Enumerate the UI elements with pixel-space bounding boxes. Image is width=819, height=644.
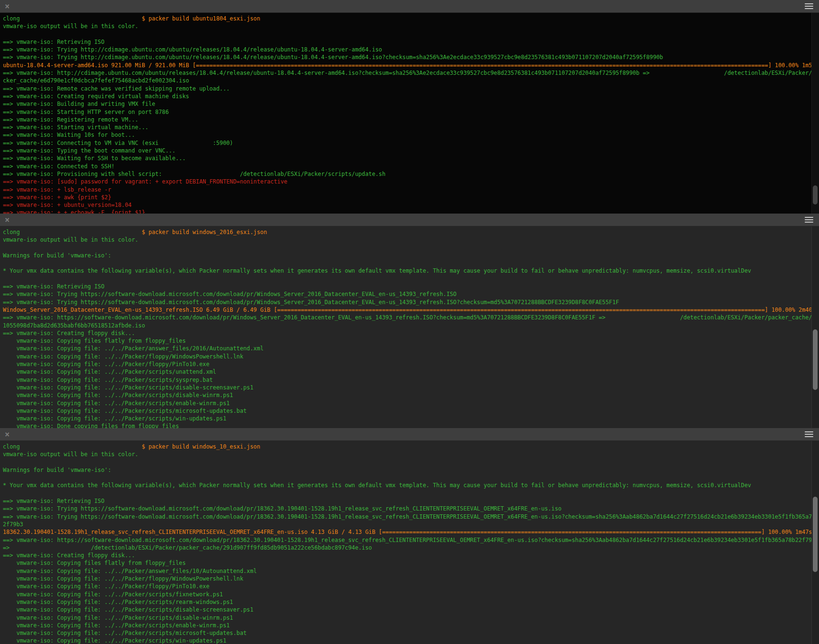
- terminal-line: vmware-iso: Copying file: ../../Packer/s…: [3, 376, 819, 384]
- close-icon[interactable]: ×: [5, 216, 10, 224]
- scrollbar-track[interactable]: [811, 441, 819, 644]
- close-icon[interactable]: ×: [5, 2, 10, 10]
- terminal-line: vmware-iso: Copying file: ../../Packer/s…: [3, 591, 819, 598]
- terminal-line: ==> vmware-iso: Remote cache was verifie…: [3, 85, 819, 92]
- terminal-output[interactable]: clong $ packer build windows_10_esxi.jso…: [0, 441, 819, 644]
- pane-ubuntu1804: × clong $ packer build ubuntu1804_esxi.j…: [0, 0, 819, 214]
- terminal-line: ==> vmware-iso: Retrieving ISO: [3, 283, 819, 290]
- terminal-line: vmware-iso: Copying file: ../../Packer/s…: [3, 407, 819, 415]
- terminal-line: ==> vmware-iso: Connected to SSH!: [3, 163, 819, 170]
- terminal-line: vmware-iso output will be in this color.: [3, 450, 819, 458]
- terminal-line: vmware-iso: Copying file: ../../Packer/s…: [3, 415, 819, 422]
- terminal-line: clong $ packer build ubuntu1804_esxi.jso…: [3, 15, 819, 22]
- terminal-line: ==> vmware-iso: Waiting for SSH to becom…: [3, 154, 819, 162]
- terminal-stack: × clong $ packer build ubuntu1804_esxi.j…: [0, 0, 819, 644]
- terminal-line: ==> vmware-iso: Creating floppy disk...: [3, 552, 819, 559]
- terminal-line: ==> vmware-iso: Starting HTTP server on …: [3, 108, 819, 116]
- terminal-line: ==> vmware-iso: Creating required virtua…: [3, 92, 819, 100]
- terminal-line: cker_cache/e6d790e1cf0dcbca7fefef75468ac…: [3, 77, 819, 84]
- pane-titlebar: ×: [0, 428, 819, 441]
- terminal-line: ==> vmware-iso: Creating floppy disk...: [3, 329, 819, 337]
- menu-icon[interactable]: [805, 219, 813, 220]
- terminal-line: ==> vmware-iso: Trying http://cdimage.ub…: [3, 53, 819, 61]
- terminal-line: vmware-iso: Copying file: ../../Packer/f…: [3, 575, 819, 583]
- terminal-line: ==> vmware-iso: Retrieving ISO: [3, 38, 819, 46]
- terminal-line: ==> vmware-iso: Trying https://software-…: [3, 513, 819, 521]
- terminal-line: Warnings for build 'vmware-iso':: [3, 466, 819, 474]
- terminal-line: ==> vmware-iso: Trying http://cdimage.ub…: [3, 46, 819, 53]
- terminal-line: vmware-iso: Done copying files from flop…: [3, 422, 819, 428]
- terminal-line: * Your vmx data contains the following v…: [3, 267, 819, 275]
- terminal-output[interactable]: clong $ packer build windows_2016_esxi.j…: [0, 226, 819, 428]
- terminal-line: vmware-iso: Copying file: ../../Packer/a…: [3, 567, 819, 575]
- terminal-line: clong $ packer build windows_10_esxi.jso…: [3, 443, 819, 450]
- terminal-line: ==> vmware-iso: https://software-downloa…: [3, 536, 819, 544]
- terminal-lines: clong $ packer build windows_10_esxi.jso…: [3, 443, 819, 644]
- terminal-line: vmware-iso output will be in this color.: [3, 22, 819, 30]
- terminal-line: ==> vmware-iso: Provisioning with shell …: [3, 170, 819, 178]
- terminal-line: [3, 459, 819, 466]
- terminal-line: ==> vmware-iso: https://software-downloa…: [3, 314, 819, 321]
- terminal-line: vmware-iso: Copying files flatly from fl…: [3, 337, 819, 345]
- close-icon[interactable]: ×: [5, 430, 10, 439]
- terminal-lines: clong $ packer build windows_2016_esxi.j…: [3, 228, 819, 428]
- terminal-line: [3, 244, 819, 252]
- pane-titlebar: ×: [0, 214, 819, 226]
- terminal-line: clong $ packer build windows_2016_esxi.j…: [3, 228, 819, 236]
- terminal-line: ==> vmware-iso: + awk {print $2}: [3, 194, 819, 201]
- terminal-line: vmware-iso: Copying file: ../../Packer/s…: [3, 384, 819, 391]
- terminal-line: [3, 490, 819, 497]
- terminal-line: ==> vmware-iso: Trying https://software-…: [3, 298, 819, 306]
- terminal-line: vmware-iso: Copying file: ../../Packer/s…: [3, 637, 819, 644]
- pane-windows2016: × clong $ packer build windows_2016_esxi…: [0, 214, 819, 428]
- terminal-line: vmware-iso: Copying file: ../../Packer/f…: [3, 353, 819, 360]
- terminal-line: ==> vmware-iso: Starting virtual machine…: [3, 123, 819, 131]
- terminal-line: ==> vmware-iso: Trying https://software-…: [3, 505, 819, 512]
- scrollbar-thumb[interactable]: [813, 185, 818, 204]
- pane-titlebar: ×: [0, 0, 819, 13]
- scrollbar-track[interactable]: [811, 226, 819, 428]
- terminal-line: vmware-iso: Copying file: ../../Packer/s…: [3, 391, 819, 399]
- terminal-lines: clong $ packer build ubuntu1804_esxi.jso…: [3, 15, 819, 214]
- terminal-line: vmware-iso: Copying file: ../../Packer/s…: [3, 606, 819, 613]
- terminal-line: 18362.30.190401-1528.19h1_release_svc_re…: [3, 528, 819, 536]
- terminal-line: ==> vmware-iso: Connecting to VM via VNC…: [3, 139, 819, 147]
- terminal-output[interactable]: clong $ packer build ubuntu1804_esxi.jso…: [0, 13, 819, 214]
- terminal-line: ==> vmware-iso: Typing the boot command …: [3, 147, 819, 154]
- terminal-line: vmware-iso: Copying file: ../../Packer/s…: [3, 614, 819, 622]
- terminal-line: ==> vmware-iso: + lsb_release -r: [3, 186, 819, 194]
- terminal-line: vmware-iso: Copying file: ../../Packer/s…: [3, 622, 819, 629]
- pane-windows10: × clong $ packer build windows_10_esxi.j…: [0, 428, 819, 644]
- terminal-line: vmware-iso output will be in this color.: [3, 236, 819, 244]
- scrollbar-thumb[interactable]: [813, 329, 818, 390]
- terminal-line: ==> vmware-iso: Building and writing VMX…: [3, 100, 819, 108]
- terminal-line: Warnings for build 'vmware-iso':: [3, 252, 819, 259]
- terminal-line: ==> vmware-iso: Trying https://software-…: [3, 290, 819, 298]
- terminal-line: ==> vmware-iso: + ubuntu_version=18.04: [3, 201, 819, 209]
- menu-icon[interactable]: [805, 6, 813, 7]
- scrollbar-track[interactable]: [811, 13, 819, 214]
- terminal-line: [3, 31, 819, 38]
- terminal-line: 2f79b3: [3, 521, 819, 528]
- terminal-line: vmware-iso: Copying file: ../../Packer/s…: [3, 368, 819, 376]
- terminal-line: [3, 259, 819, 267]
- terminal-line: vmware-iso: Copying file: ../../Packer/a…: [3, 345, 819, 352]
- terminal-line: vmware-iso: Copying file: ../../Packer/s…: [3, 399, 819, 407]
- terminal-line: [3, 275, 819, 283]
- terminal-line: ubuntu-18.04.4-server-amd64.iso 921.00 M…: [3, 61, 819, 69]
- terminal-line: vmware-iso: Copying file: ../../Packer/f…: [3, 583, 819, 590]
- terminal-line: * Your vmx data contains the following v…: [3, 481, 819, 489]
- terminal-line: [3, 474, 819, 481]
- terminal-line: ==> vmware-iso: http://cdimage.ubuntu.co…: [3, 69, 819, 77]
- terminal-line: ==> vmware-iso: [sudo] password for vagr…: [3, 178, 819, 185]
- terminal-line: ==> vmware-iso: Registering remote VM...: [3, 116, 819, 123]
- terminal-line: 1055098d7ba8d2d635babf6bb76518512afbde.i…: [3, 322, 819, 329]
- terminal-line: => /detectionlab/ESXi/Packer/packer_cach…: [3, 544, 819, 552]
- terminal-line: vmware-iso: Copying file: ../../Packer/s…: [3, 629, 819, 637]
- terminal-line: vmware-iso: Copying file: ../../Packer/s…: [3, 598, 819, 606]
- scrollbar-thumb[interactable]: [813, 497, 818, 572]
- terminal-line: ==> vmware-iso: Retrieving ISO: [3, 497, 819, 505]
- terminal-line: vmware-iso: Copying files flatly from fl…: [3, 559, 819, 567]
- menu-icon[interactable]: [805, 434, 813, 435]
- terminal-line: vmware-iso: Copying file: ../../Packer/f…: [3, 360, 819, 368]
